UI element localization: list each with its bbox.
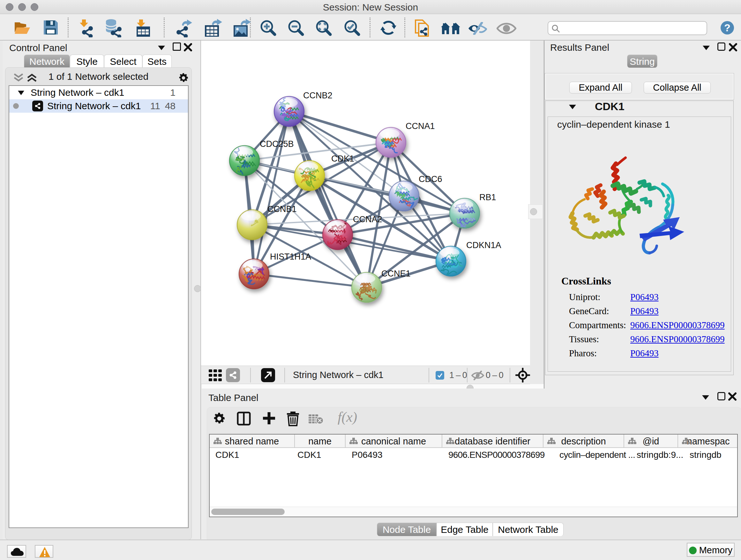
svg-text:CDKN1A: CDKN1A [466,240,501,250]
svg-text:CDC25B: CDC25B [260,139,294,149]
svg-text:CCNB2: CCNB2 [303,91,333,100]
svg-text:?: ? [724,22,731,34]
svg-text:CCNB1: CCNB1 [267,204,297,214]
svg-text:CCNA2: CCNA2 [353,214,382,224]
svg-text:CDK1: CDK1 [331,154,354,164]
svg-text:CCNA1: CCNA1 [406,121,435,131]
svg-text:HIST1H1A: HIST1H1A [270,252,311,261]
svg-text:RB1: RB1 [479,192,496,202]
svg-text:CCNE1: CCNE1 [381,269,411,278]
svg-text:CDC6: CDC6 [419,174,442,184]
